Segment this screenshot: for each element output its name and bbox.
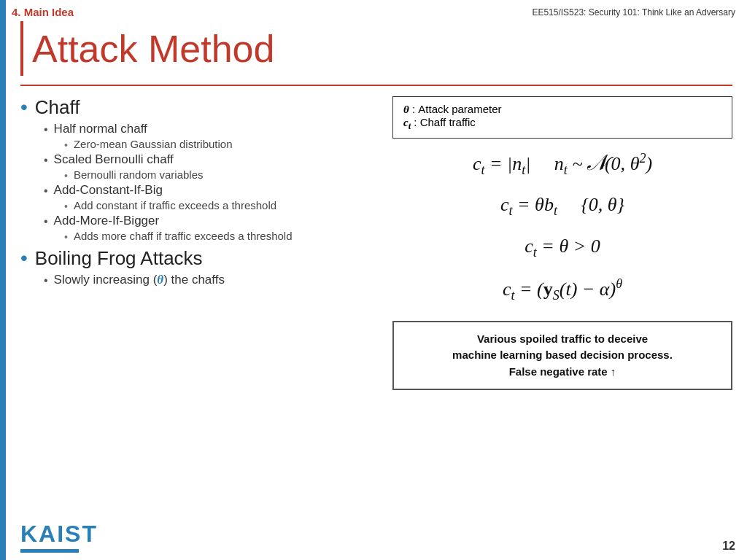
- bullet-boiling: • Boiling Frog Attacks: [20, 247, 378, 270]
- bullet-chaff: • Chaff: [20, 96, 378, 119]
- sub-dot: •: [44, 123, 48, 136]
- info-box-text: Various spoiled traffic to deceivemachin…: [452, 332, 673, 378]
- formula-4: ct = (yS(t) − α)θ: [392, 276, 732, 303]
- bullet-bernoulli-rv: • Bernoulli random variables: [64, 168, 378, 182]
- two-column-layout: • Chaff • Half normal chaff • Zero-mean …: [20, 96, 732, 390]
- bullet-slowly: • Slowly increasing (θ) the chaffs: [44, 273, 378, 287]
- bullet-gaussian: • Zero-mean Gaussian distribution: [64, 138, 378, 151]
- right-column: θ : Attack parameter ct : Chaff traffic …: [392, 96, 732, 390]
- theta-label: θ: [403, 104, 409, 115]
- bullet-add-constant: • Add-Constant-If-Big: [44, 183, 378, 198]
- bullet-dot: •: [20, 96, 28, 119]
- bullet-half-normal-label: Half normal chaff: [54, 122, 147, 136]
- page-title: Attack Method: [32, 28, 732, 70]
- title-section: Attack Method: [20, 21, 732, 76]
- bullet-bernoulli: • Scaled Bernoulli chaff: [44, 152, 378, 167]
- bullet-gaussian-label: Zero-mean Gaussian distribution: [74, 138, 233, 150]
- theta-symbol: θ: [157, 273, 163, 287]
- bullet-add-more-desc-label: Adds more chaff if traffic exceeds a thr…: [74, 230, 293, 242]
- ct-desc: : Chaff traffic: [414, 116, 476, 128]
- param-ct-row: ct : Chaff traffic: [403, 116, 721, 132]
- section-label: 4. Main Idea: [12, 6, 74, 18]
- sub-dot: •: [44, 215, 48, 228]
- info-box: Various spoiled traffic to deceivemachin…: [392, 321, 732, 391]
- kaist-bar: [20, 549, 79, 553]
- sub-dot: •: [44, 154, 48, 167]
- top-bar: 4. Main Idea EE515/IS523: Security 101: …: [0, 0, 747, 21]
- bullet-add-constant-desc: • Add constant if traffic exceeds a thre…: [64, 199, 378, 212]
- bullet-add-constant-label: Add-Constant-If-Big: [54, 183, 163, 198]
- bullet-bernoulli-rv-label: Bernoulli random variables: [74, 168, 204, 181]
- subsub-dot: •: [64, 170, 68, 182]
- formula-3: ct = θ > 0: [392, 236, 732, 260]
- kaist-logo: KAIST: [20, 521, 98, 553]
- param-theta-row: θ : Attack parameter: [403, 103, 721, 116]
- subsub-dot: •: [64, 231, 68, 243]
- bullet-chaff-label: Chaff: [35, 96, 80, 119]
- subsub-dot: •: [64, 201, 68, 212]
- page-number: 12: [722, 540, 735, 553]
- course-label: EE515/IS523: Security 101: Think Like an…: [532, 7, 735, 18]
- kaist-text: KAIST: [20, 521, 98, 548]
- bullet-boiling-label: Boiling Frog Attacks: [35, 247, 203, 270]
- ct-label: ct: [403, 117, 411, 128]
- bullet-dot: •: [20, 247, 28, 270]
- bullet-add-constant-desc-label: Add constant if traffic exceeds a thresh…: [74, 199, 276, 211]
- left-accent-bar: [0, 0, 6, 560]
- bullet-add-more-label: Add-More-If-Bigger: [54, 214, 160, 228]
- kaist-logo-wrapper: KAIST: [20, 521, 98, 553]
- bullet-add-more: • Add-More-If-Bigger: [44, 214, 378, 228]
- footer: KAIST 12: [20, 521, 735, 553]
- bullet-add-more-desc: • Adds more chaff if traffic exceeds a t…: [64, 230, 378, 243]
- left-column: • Chaff • Half normal chaff • Zero-mean …: [20, 96, 378, 390]
- main-content: Attack Method • Chaff • Half normal chaf…: [0, 21, 747, 390]
- sub-dot: •: [44, 184, 48, 198]
- subsub-dot: •: [64, 139, 68, 151]
- formula-2: ct = θbt {0, θ}: [392, 194, 732, 219]
- sub-dot: •: [44, 274, 48, 287]
- theta-desc: : Attack parameter: [412, 103, 502, 115]
- formula-1: ct = |nt| nt ~ 𝒩(0, θ2): [392, 150, 732, 178]
- bullet-half-normal: • Half normal chaff: [44, 122, 378, 136]
- title-underline: [20, 85, 732, 86]
- bullet-bernoulli-label: Scaled Bernoulli chaff: [54, 152, 174, 167]
- bullet-slowly-label: Slowly increasing (θ) the chaffs: [54, 273, 225, 287]
- parameter-box: θ : Attack parameter ct : Chaff traffic: [392, 96, 732, 139]
